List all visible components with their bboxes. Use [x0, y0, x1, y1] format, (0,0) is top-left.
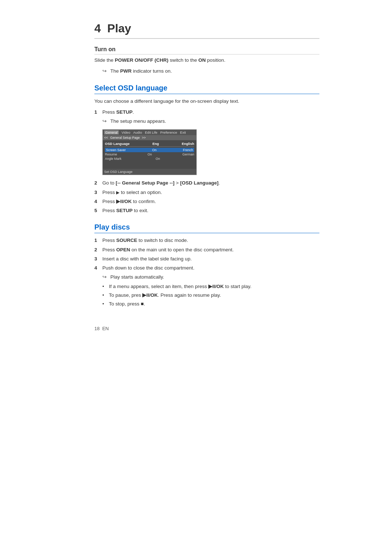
- select-osd-section: Select OSD language You can choose a dif…: [94, 84, 319, 215]
- chapter-title: 4 Play: [94, 22, 319, 39]
- turn-on-result: ↪ The PWR indicator turns on.: [102, 68, 319, 75]
- turn-on-title: Turn on: [94, 46, 319, 54]
- osd-step-1-result: ↪ The setup menu appears.: [102, 118, 319, 125]
- osd-nav-bar: << General Setup Page >>: [103, 135, 196, 140]
- osd-row-2: Resume On German: [105, 152, 194, 157]
- arrow-icon-3: ↪: [102, 274, 109, 281]
- osd-header-row: OSD Language Eng English: [105, 142, 194, 147]
- play-step-4: 4 Push down to close the disc compartmen…: [94, 264, 319, 272]
- osd-step-5: 5 Press SETUP to exit.: [94, 207, 319, 214]
- select-osd-intro: You can choose a different language for …: [94, 98, 319, 105]
- osd-body: OSD Language Eng English Screen Saver On…: [103, 140, 196, 169]
- osd-screenshot: General Video Audio Edit Life Preference…: [102, 129, 197, 175]
- page-footer: 18 EN: [94, 326, 319, 331]
- play-bullet-list: • If a menu appears, select an item, the…: [102, 283, 319, 308]
- play-step-1: 1 Press SOURCE to switch to disc mode.: [94, 237, 319, 244]
- osd-row-3: Angle Mark On: [105, 157, 194, 161]
- page-lang: EN: [102, 326, 109, 331]
- select-osd-title: Select OSD language: [94, 84, 319, 94]
- play-discs-section: Play discs 1 Press SOURCE to switch to d…: [94, 223, 319, 308]
- arrow-icon-2: ↪: [102, 118, 109, 125]
- play-step-2: 2 Press OPEN on the main unit to open th…: [94, 246, 319, 254]
- osd-footer: Set OSD Language: [103, 169, 196, 175]
- osd-row-1: Screen Saver On French: [105, 148, 194, 152]
- play-discs-title: Play discs: [94, 223, 319, 233]
- turn-on-description: Slide the POWER ON/OFF (CHR) switch to t…: [94, 57, 319, 64]
- osd-step-3: 3 Press ▶ to select an option.: [94, 189, 319, 196]
- play-step-4-result: ↪ Play starts automatically.: [102, 274, 319, 281]
- play-bullet-2: • To pause, pres ▶II/OK. Press again to …: [102, 292, 319, 299]
- osd-step-4: 4 Press ▶II/OK to confirm.: [94, 198, 319, 205]
- arrow-icon: ↪: [102, 68, 109, 75]
- page-number: 18: [94, 326, 99, 331]
- play-discs-steps: 1 Press SOURCE to switch to disc mode. 2…: [94, 237, 319, 308]
- play-step-3: 3 Insert a disc with the label side faci…: [94, 255, 319, 263]
- play-bullet-3: • To stop, press ■.: [102, 300, 319, 308]
- osd-step-1: 1 Press SETUP.: [94, 109, 319, 116]
- osd-steps: 1 Press SETUP. ↪ The setup menu appears.…: [94, 109, 319, 215]
- osd-step-2: 2 Go to [-- General Setup Page --] > [OS…: [94, 179, 319, 187]
- play-bullet-1: • If a menu appears, select an item, the…: [102, 283, 319, 290]
- osd-menu-bar: General Video Audio Edit Life Preference…: [103, 130, 196, 135]
